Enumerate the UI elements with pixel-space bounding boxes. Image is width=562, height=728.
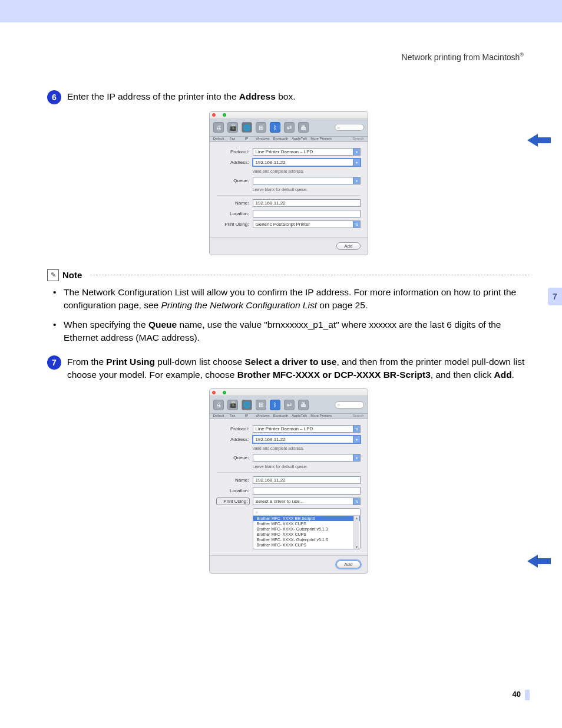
mac-titlebar xyxy=(210,112,368,119)
driver-item-2: Brother MFC- XXXX- Gutenprint v5.1.3 xyxy=(253,526,360,532)
more-printers-icon: 🖶 xyxy=(298,122,309,133)
protocol-select: Line Printer Daemon – LPD▾ xyxy=(253,148,361,156)
bluetooth-icon: ᛒ xyxy=(270,400,280,410)
name-label-2: Name: xyxy=(217,477,249,483)
queue-field: ▾ xyxy=(253,177,361,185)
protocol-row: Protocol: Line Printer Daemon – LPD▾ xyxy=(217,148,361,156)
driver-item-4: Brother MFC- XXXX- Gutenprint v5.1.3 xyxy=(253,537,360,542)
default-printer-icon: 🖨 xyxy=(213,400,224,410)
address-field-2: 192.168.11.22▾ xyxy=(253,436,361,443)
location-field-2 xyxy=(253,487,361,495)
address-hint: Valid and complete address. xyxy=(253,169,361,173)
toolbar-search: ⌕ xyxy=(335,124,364,131)
svg-marker-0 xyxy=(527,134,551,147)
printusing-value: Generic PostScript Printer xyxy=(256,222,310,227)
printusing-row: Print Using: Generic PostScript Printer⇅ xyxy=(217,220,361,228)
s7-t5: . xyxy=(512,370,514,380)
note-bullet-2: When specifying the Queue name, use the … xyxy=(59,318,530,345)
mac-titlebar-2 xyxy=(210,389,368,396)
location-row: Location: xyxy=(217,210,361,218)
s7-t4: , and then click xyxy=(431,370,494,380)
mac-form-area-2: Protocol: Line Printer Daemon – LPD⇅ Add… xyxy=(210,419,368,555)
s7-b4: Add xyxy=(494,370,511,380)
printusing-row-2: Print Using: Select a driver to use...⇅ xyxy=(217,498,361,505)
name-row-2: Name: 192.168.11.22 xyxy=(217,476,361,484)
address-value-2: 192.168.11.22 xyxy=(256,437,286,442)
page-number-accent xyxy=(525,690,530,700)
select-chevron-icon: ▾ xyxy=(353,149,360,155)
mac-toolbar-2: 🖨 📠 🌐 ⊞ ᛒ ⇄ 🖶 ⌕ xyxy=(210,396,368,414)
step-6-text: Enter the IP address of the printer into… xyxy=(67,90,530,103)
form-divider xyxy=(217,195,361,196)
tb2-lbl-more: More Printers xyxy=(310,414,332,417)
step-6-badge: 6 xyxy=(47,90,61,104)
zoom-traffic-light-icon xyxy=(223,113,226,117)
name-value: 192.168.11.22 xyxy=(256,200,286,206)
queue-hint-2: Leave blank for default queue. xyxy=(253,465,361,469)
tb2-lbl-windows: Windows xyxy=(256,414,270,417)
appletalk-icon: ⇄ xyxy=(284,400,295,410)
queue-label: Queue: xyxy=(217,178,249,183)
tb-lbl-fax: Fax xyxy=(227,137,238,140)
default-printer-icon: 🖨 xyxy=(213,122,224,133)
protocol-value-2: Line Printer Daemon – LPD xyxy=(256,426,313,431)
close-traffic-light-icon xyxy=(212,391,216,394)
mac-toolbar: 🖨 📠 🌐 ⊞ ᛒ ⇄ 🖶 ⌕ xyxy=(210,119,368,137)
svg-marker-1 xyxy=(527,555,551,568)
select-chevron-icon: ⇅ xyxy=(353,426,360,432)
page-number: 40 xyxy=(513,690,521,699)
name-label: Name: xyxy=(217,200,249,206)
screenshot-1-wrap: 🖨 📠 🌐 ⊞ ᛒ ⇄ 🖶 ⌕ Default Fax IP Windows B… xyxy=(47,111,530,255)
more-printers-icon: 🖶 xyxy=(298,400,309,410)
fax-icon: 📠 xyxy=(227,400,238,410)
nb2-t1: When specifying the xyxy=(64,319,148,330)
queue-row: Queue: ▾ xyxy=(217,177,361,185)
top-accent-bar xyxy=(0,0,562,22)
note-list: The Network Configuration List will allo… xyxy=(59,286,530,345)
driver-item-5: Brother MFC- XXXX CUPS xyxy=(253,542,360,548)
location-label-2: Location: xyxy=(217,488,249,493)
queue-row-2: Queue: ▾ xyxy=(217,454,361,462)
printusing-select: Generic PostScript Printer⇅ xyxy=(253,220,361,228)
s7-b1: Print Using xyxy=(106,357,155,367)
location-label: Location: xyxy=(217,211,249,216)
nb2-b1: Queue xyxy=(148,319,177,330)
step-7: 7 From the Print Using pull-down list ch… xyxy=(47,355,530,382)
tb-lbl-bluetooth: Bluetooth xyxy=(273,137,288,140)
add-button-2: Add xyxy=(336,561,360,568)
protocol-row-2: Protocol: Line Printer Daemon – LPD⇅ xyxy=(217,425,361,433)
bluetooth-icon: ᛒ xyxy=(270,122,280,133)
fax-icon: 📠 xyxy=(227,122,238,133)
step-7-text: From the Print Using pull-down list choo… xyxy=(67,355,530,382)
ip-globe-icon: 🌐 xyxy=(242,400,252,410)
driver-scrollbar: ▴▾ xyxy=(353,516,359,549)
nb1-t2: on page 25. xyxy=(317,300,368,310)
callout-arrow-2 xyxy=(527,554,551,569)
address-chevron-icon: ▾ xyxy=(353,436,360,443)
name-field-2: 192.168.11.22 xyxy=(253,476,361,484)
queue-field-2: ▾ xyxy=(253,454,361,462)
driver-item-1: Brother MFC- XXXX CUPS xyxy=(253,521,360,526)
mac-add-printer-window-1: 🖨 📠 🌐 ⊞ ᛒ ⇄ 🖶 ⌕ Default Fax IP Windows B… xyxy=(209,111,368,255)
address-row-2: Address: 192.168.11.22▾ xyxy=(217,436,361,443)
note-pencil-icon: ✎ xyxy=(47,269,59,281)
tb-lbl-default: Default xyxy=(213,137,224,140)
screenshot-2-wrap: 🖨 📠 🌐 ⊞ ᛒ ⇄ 🖶 ⌕ Default Fax IP Windows B… xyxy=(47,388,530,574)
step-6-t1: Enter the IP address of the printer into… xyxy=(67,91,239,101)
callout-arrow-1 xyxy=(527,133,551,148)
tb2-lbl-appletalk: AppleTalk xyxy=(292,414,307,417)
zoom-traffic-light-icon xyxy=(223,391,226,394)
s7-b2: Select a driver to use xyxy=(245,357,337,367)
queue-label-2: Queue: xyxy=(217,455,249,460)
pu-chevron-icon: ⇅ xyxy=(353,221,360,228)
address-label-2: Address: xyxy=(217,437,249,442)
mac-add-printer-window-2: 🖨 📠 🌐 ⊞ ᛒ ⇄ 🖶 ⌕ Default Fax IP Windows B… xyxy=(209,388,368,574)
mac-footer-2: Add xyxy=(210,555,368,573)
mac-form-area: Protocol: Line Printer Daemon – LPD▾ Add… xyxy=(210,142,368,237)
step-7-badge: 7 xyxy=(47,355,61,370)
ip-globe-icon: 🌐 xyxy=(242,122,252,133)
s7-t1: From the xyxy=(67,357,106,367)
location-row-2: Location: xyxy=(217,487,361,495)
toolbar-labels-2: Default Fax IP Windows Bluetooth AppleTa… xyxy=(210,414,368,419)
driver-search: ⌕ xyxy=(253,509,360,516)
